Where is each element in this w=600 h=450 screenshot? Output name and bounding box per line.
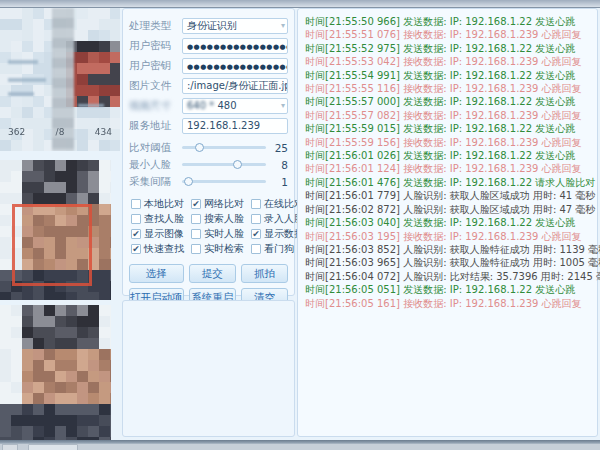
dropdown-field[interactable]: :/image/身份证正面.jpg▾: [182, 78, 288, 94]
checkbox-unchecked-icon[interactable]: [191, 214, 201, 224]
slider-label: 比对阈值: [129, 141, 182, 155]
face-detection-box: [12, 204, 92, 286]
checkbox-checked-icon[interactable]: ✔: [131, 244, 141, 254]
result-panel-empty: [122, 300, 295, 437]
checkbox-查找人脸[interactable]: 查找人脸: [131, 211, 191, 226]
slider-value: 8: [272, 159, 288, 171]
chevron-down-icon[interactable]: ▾: [281, 99, 285, 113]
log-line: 时间[21:56:03 040] 发送数据: IP: 192.168.1.22 …: [305, 216, 597, 229]
log-line: 时间[21:55:54 991] 发送数据: IP: 192.168.1.22 …: [305, 69, 597, 82]
checkbox-label: 本地比对: [144, 197, 184, 211]
slider-rows: 比对阈值25最小人脸8采集间隔1: [129, 140, 288, 189]
log-line: 时间[21:55:55 116] 接收数据: IP: 192.168.1.239…: [305, 82, 597, 95]
log-line: 时间[21:55:59 015] 发送数据: IP: 192.168.1.22 …: [305, 122, 597, 135]
log-line: 时间[21:56:03 965] 人脸识别: 获取人脸特征成功 用时: 1005…: [305, 256, 597, 269]
field-label: 视频尺寸: [129, 99, 182, 113]
log-line: 时间[21:56:01 779] 人脸识别: 获取人脸区域成功 用时: 41 毫…: [305, 189, 597, 202]
text-field[interactable]: 192.168.1.239: [182, 118, 288, 134]
face2-mosaic: [0, 305, 111, 440]
slider-track[interactable]: [182, 146, 266, 149]
checkbox-unchecked-icon[interactable]: [131, 199, 141, 209]
log-line: 时间[21:56:04 072] 人脸识别: 比对结果: 35.7396 用时:…: [305, 270, 597, 283]
dropdown-field[interactable]: 640 * 480▾: [182, 98, 288, 114]
idcard-preview-image: 362 /8 434: [0, 8, 120, 151]
checkbox-label: 网络比对: [204, 197, 244, 211]
chevron-down-icon[interactable]: ▾: [281, 79, 285, 93]
log-line: 时间[21:55:50 966] 发送数据: IP: 192.168.1.22 …: [305, 15, 597, 28]
checkbox-checked-icon[interactable]: ✔: [131, 229, 141, 239]
log-line: 时间[21:56:01 124] 接收数据: IP: 192.168.1.239…: [305, 162, 597, 175]
slider-thumb[interactable]: [233, 160, 242, 169]
checkbox-label: 搜索人脸: [204, 212, 244, 226]
slider-row-1: 最小人脸8: [129, 157, 288, 172]
checkbox-checked-icon[interactable]: ✔: [251, 229, 261, 239]
camera-face-preview-1: [0, 160, 111, 300]
chevron-down-icon[interactable]: ▾: [281, 19, 285, 33]
log-line: 时间[21:56:05 161] 接收数据: IP: 192.168.1.239…: [305, 297, 597, 310]
log-line: 时间[21:56:05 051] 发送数据: IP: 192.168.1.22 …: [305, 283, 597, 296]
password-field[interactable]: ●●●●●●●●●●●●●●●●●●●●●: [182, 38, 288, 54]
settings-panel: 处理类型身份证识别▾用户密码●●●●●●●●●●●●●●●●●●●●●用户密钥●…: [122, 8, 295, 296]
window-titlebar-edge: [0, 0, 600, 8]
log-line: 时间[21:56:03 852] 人脸识别: 获取人脸特征成功 用时: 1139…: [305, 243, 597, 256]
log-line: 时间[21:55:52 975] 发送数据: IP: 192.168.1.22 …: [305, 42, 597, 55]
checkbox-搜索人脸[interactable]: 搜索人脸: [191, 211, 251, 226]
horizontal-scrollbar[interactable]: [0, 440, 600, 450]
field-label: 用户密钥: [129, 59, 182, 73]
form-row-0: 处理类型身份证识别▾: [129, 18, 288, 34]
slider-row-0: 比对阈值25: [129, 140, 288, 155]
slider-track[interactable]: [182, 163, 266, 166]
log-line: 时间[21:55:57 082] 接收数据: IP: 192.168.1.239…: [305, 109, 597, 122]
log-line: 时间[21:55:51 076] 接收数据: IP: 192.168.1.239…: [305, 28, 597, 41]
form-row-2: 用户密钥●●●●●●●●●●●●●●●●●●●●●: [129, 58, 288, 74]
checkbox-label: 查找人脸: [144, 212, 184, 226]
checkbox-unchecked-icon[interactable]: [251, 199, 261, 209]
button-提交[interactable]: 提交: [189, 264, 236, 283]
password-dots: ●●●●●●●●●●●●●●●●●●●●●: [187, 63, 288, 71]
slider-label: 采集间隔: [129, 175, 182, 189]
field-value: :/image/身份证正面.jpg: [187, 80, 288, 91]
log-line: 时间[21:55:59 156] 接收数据: IP: 192.168.1.239…: [305, 136, 597, 149]
scrollbar-left-button[interactable]: [2, 444, 18, 450]
slider-row-2: 采集间隔1: [129, 174, 288, 189]
checkbox-checked-icon[interactable]: ✔: [191, 199, 201, 209]
checkbox-label: 快速查找: [144, 242, 184, 256]
checkbox-实时人脸[interactable]: 实时人脸: [191, 226, 251, 241]
slider-thumb[interactable]: [184, 177, 193, 186]
log-line: 时间[21:56:01 476] 发送数据: IP: 192.168.1.22 …: [305, 176, 597, 189]
log-line: 时间[21:56:02 872] 人脸识别: 获取人脸区域成功 用时: 47 毫…: [305, 203, 597, 216]
checkbox-unchecked-icon[interactable]: [251, 214, 261, 224]
field-value: 身份证识别: [187, 20, 237, 31]
checkbox-unchecked-icon[interactable]: [131, 214, 141, 224]
checkbox-网络比对[interactable]: ✔网络比对: [191, 196, 251, 211]
scrollbar-thumb[interactable]: [28, 444, 78, 450]
slider-track[interactable]: [182, 180, 266, 183]
password-field[interactable]: ●●●●●●●●●●●●●●●●●●●●●: [182, 58, 288, 74]
field-value: 480: [217, 100, 236, 111]
checkbox-unchecked-icon[interactable]: [251, 244, 261, 254]
button-选择[interactable]: 选择: [129, 264, 184, 283]
log-output-panel[interactable]: 时间[21:55:50 966] 发送数据: IP: 192.168.1.22 …: [297, 8, 598, 437]
log-line: 时间[21:55:53 042] 接收数据: IP: 192.168.1.239…: [305, 55, 597, 68]
form-rows: 处理类型身份证识别▾用户密码●●●●●●●●●●●●●●●●●●●●●用户密钥●…: [129, 18, 288, 134]
dropdown-field[interactable]: 身份证识别▾: [182, 18, 288, 34]
form-row-1: 用户密码●●●●●●●●●●●●●●●●●●●●●: [129, 38, 288, 54]
checkbox-显示图像[interactable]: ✔显示图像: [131, 226, 191, 241]
slider-thumb[interactable]: [195, 143, 204, 152]
checkbox-label: 显示图像: [144, 227, 184, 241]
form-row-3: 图片文件:/image/身份证正面.jpg▾: [129, 78, 288, 94]
field-label: 服务地址: [129, 119, 182, 133]
checkbox-unchecked-icon[interactable]: [191, 229, 201, 239]
field-label: 用户密码: [129, 39, 182, 53]
slider-value: 1: [272, 176, 288, 188]
blurred-value: 640 *: [187, 100, 217, 111]
checkbox-label: 实时人脸: [204, 227, 244, 241]
checkbox-实时检索[interactable]: 实时检索: [191, 241, 251, 256]
button-抓拍[interactable]: 抓拍: [241, 264, 288, 283]
log-line: 时间[21:55:57 000] 发送数据: IP: 192.168.1.22 …: [305, 95, 597, 108]
checkbox-unchecked-icon[interactable]: [191, 244, 201, 254]
checkbox-本地比对[interactable]: 本地比对: [131, 196, 191, 211]
checkbox-grid: 本地比对✔网络比对在线比对查找人脸搜索人脸录入人脸✔显示图像实时人脸✔显示数据✔…: [131, 196, 288, 256]
log-line: 时间[21:56:03 195] 接收数据: IP: 192.168.1.239…: [305, 230, 597, 243]
checkbox-快速查找[interactable]: ✔快速查找: [131, 241, 191, 256]
